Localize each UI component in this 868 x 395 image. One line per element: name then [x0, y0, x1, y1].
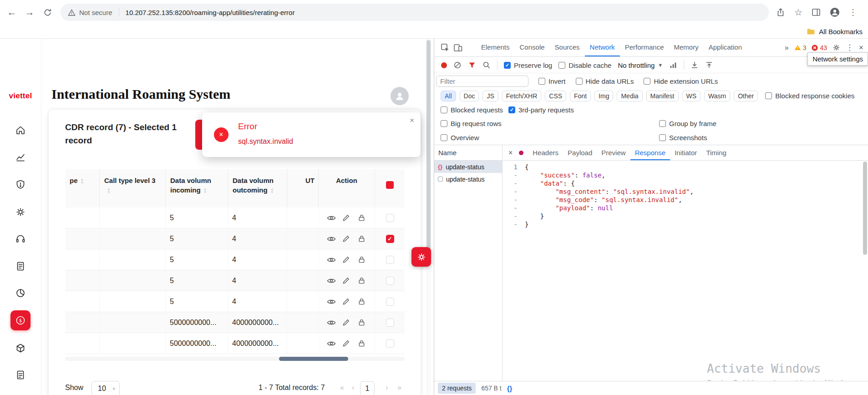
row-checkbox[interactable] — [386, 339, 394, 348]
row-checkbox[interactable] — [386, 277, 394, 285]
request-row[interactable]: {}update-status — [434, 161, 502, 173]
page-size-select[interactable]: 10 ▾ — [91, 381, 120, 395]
filter-chip-wasm[interactable]: Wasm — [704, 91, 730, 101]
devtools-close-icon[interactable]: × — [859, 43, 863, 52]
request-row[interactable]: update-status — [434, 173, 502, 185]
billing-dollar-icon-active[interactable]: $ — [10, 310, 30, 330]
report-icon[interactable] — [15, 261, 26, 272]
devtools-tab-elements[interactable]: Elements — [476, 39, 515, 56]
filter-chip-font[interactable]: Font — [570, 91, 591, 101]
errors-badge[interactable]: 43 — [812, 44, 827, 51]
devtools-tab-performance[interactable]: Performance — [620, 39, 669, 56]
line-chart-icon[interactable] — [15, 152, 26, 162]
edit-pencil-icon[interactable] — [342, 319, 351, 326]
network-conditions-icon[interactable] — [669, 61, 677, 69]
toast-close-icon[interactable]: × — [410, 116, 414, 125]
lock-icon[interactable] — [358, 235, 367, 243]
edit-pencil-icon[interactable] — [342, 340, 351, 347]
third-party-requests-checkbox[interactable]: 3rd-party requests — [508, 106, 574, 114]
filter-chip-media[interactable]: Media — [617, 91, 642, 101]
forward-icon[interactable]: → — [24, 6, 36, 18]
screenshots-checkbox[interactable]: Screenshots — [659, 134, 707, 142]
table-row[interactable]: 5000000000...4000000000... — [65, 333, 405, 354]
column-header-pe[interactable]: pe▲▼ — [65, 169, 100, 208]
table-row[interactable]: 5000000000...4000000000... — [65, 312, 405, 333]
filter-chip-js[interactable]: JS — [482, 91, 498, 101]
row-checkbox[interactable] — [386, 319, 394, 327]
more-tabs-icon[interactable]: » — [785, 44, 789, 52]
table-row[interactable]: 54 — [65, 270, 405, 291]
pie-chart-icon[interactable] — [15, 288, 26, 299]
inspect-element-icon[interactable] — [440, 42, 451, 53]
table-row[interactable]: 54 — [65, 208, 405, 228]
filter-input[interactable] — [436, 76, 528, 87]
bookmark-star-icon[interactable]: ☆ — [794, 7, 802, 18]
lock-icon[interactable] — [358, 298, 367, 305]
refresh-icon[interactable] — [41, 6, 53, 18]
filter-chip-fetch-xhr[interactable]: Fetch/XHR — [502, 91, 541, 101]
lock-icon[interactable] — [358, 340, 367, 347]
big-request-rows-checkbox[interactable]: Big request rows — [441, 120, 502, 127]
view-eye-icon[interactable] — [327, 214, 336, 222]
filter-chip-ws[interactable]: WS — [682, 91, 701, 101]
view-eye-icon[interactable] — [327, 256, 336, 263]
edit-pencil-icon[interactable] — [342, 214, 351, 222]
view-eye-icon[interactable] — [327, 340, 336, 347]
filter-chip-all[interactable]: All — [441, 91, 456, 101]
devtools-tab-network[interactable]: Network — [585, 39, 620, 56]
throttling-select[interactable]: No throttling ▼ — [618, 61, 663, 69]
table-row[interactable]: 54 — [65, 249, 405, 270]
column-header-call-type-level-3[interactable]: Call type level 3▲▼ — [100, 169, 166, 208]
row-checkbox[interactable] — [386, 214, 394, 222]
clear-network-log-icon[interactable] — [453, 61, 462, 69]
braces-icon[interactable]: {} — [507, 385, 513, 392]
devtools-tab-console[interactable]: Console — [515, 39, 550, 56]
close-detail-icon[interactable]: × — [508, 149, 513, 157]
operations-gear-icon[interactable] — [15, 207, 26, 218]
edit-pencil-icon[interactable] — [342, 256, 351, 263]
edit-pencil-icon[interactable] — [342, 298, 351, 305]
filter-chip-img[interactable]: Img — [594, 91, 613, 101]
share-icon[interactable] — [776, 8, 785, 17]
search-icon[interactable] — [482, 61, 491, 69]
lock-icon[interactable] — [358, 319, 367, 326]
row-checkbox[interactable] — [386, 298, 394, 306]
filter-chip-doc[interactable]: Doc — [460, 91, 479, 101]
detail-tab-headers[interactable]: Headers — [528, 145, 563, 160]
devtools-menu-icon[interactable]: ⋮ — [846, 43, 853, 52]
view-eye-icon[interactable] — [327, 235, 336, 243]
view-eye-icon[interactable] — [327, 298, 336, 305]
table-row[interactable]: 54 ✓ — [65, 228, 405, 249]
column-header-data-volumn-incoming[interactable]: Data volumn incoming▲▼ — [166, 169, 228, 208]
blocked-response-cookies-checkbox[interactable]: Blocked response cookies — [765, 92, 854, 100]
edit-pencil-icon[interactable] — [342, 277, 351, 284]
user-avatar[interactable] — [391, 87, 409, 105]
lock-icon[interactable] — [358, 214, 367, 222]
column-header-data-volumn-outcoming[interactable]: Data volumn outcoming▲▼ — [228, 169, 287, 208]
devtools-tab-memory[interactable]: Memory — [669, 39, 704, 56]
table-row[interactable]: 54 — [65, 291, 405, 312]
filter-chip-css[interactable]: CSS — [545, 91, 566, 101]
filter-chip-manifest[interactable]: Manifest — [646, 91, 679, 101]
filter-funnel-icon[interactable] — [468, 61, 476, 69]
next-page-button[interactable]: › — [386, 384, 388, 392]
prev-page-button[interactable]: ‹ — [352, 384, 354, 392]
detail-tab-response[interactable]: Response — [630, 145, 670, 160]
preserve-log-checkbox[interactable]: Preserve log — [504, 61, 552, 69]
devtools-settings-gear-icon[interactable] — [832, 44, 840, 51]
home-icon[interactable] — [15, 125, 26, 136]
edit-pencil-icon[interactable] — [342, 235, 351, 243]
devtools-tab-sources[interactable]: Sources — [550, 39, 585, 56]
group-by-frame-checkbox[interactable]: Group by frame — [659, 120, 716, 127]
hide-data-urls-checkbox[interactable]: Hide data URLs — [576, 77, 634, 85]
floating-settings-button[interactable] — [411, 247, 431, 267]
invoice-icon[interactable] — [15, 370, 26, 380]
detail-tab-preview[interactable]: Preview — [597, 145, 630, 160]
address-bar[interactable]: Not secure 10.207.252.135:8200/roaming-a… — [61, 4, 769, 21]
blocked-requests-checkbox[interactable]: Blocked requests — [441, 106, 503, 114]
side-panel-icon[interactable] — [812, 8, 821, 17]
page-number-button[interactable]: 1 — [360, 381, 375, 395]
first-page-button[interactable]: « — [340, 384, 344, 392]
export-har-icon[interactable] — [705, 61, 713, 69]
hide-extension-urls-checkbox[interactable]: Hide extension URLs — [644, 77, 718, 85]
